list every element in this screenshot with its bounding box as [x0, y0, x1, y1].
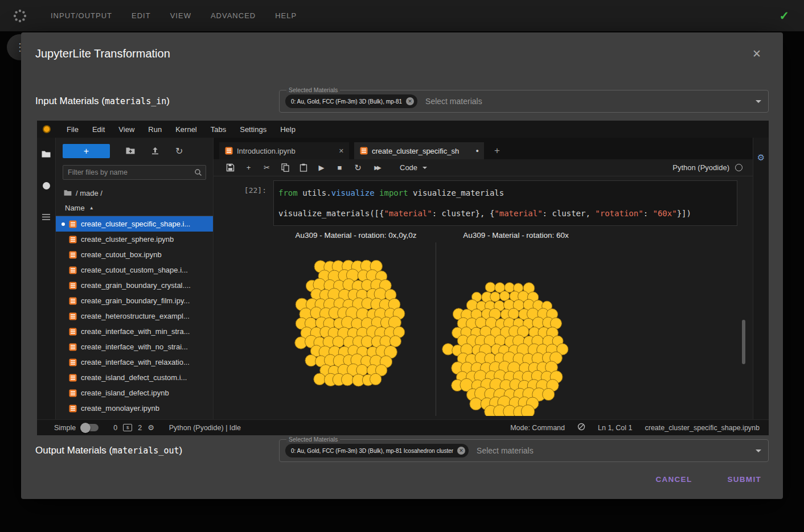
dialog-actions: CANCEL SUBMIT: [651, 469, 766, 489]
topbar-menu-item[interactable]: INPUT/OUTPUT: [41, 11, 122, 20]
file-browser-icon[interactable]: [42, 150, 51, 158]
apply-check-icon[interactable]: ✓: [779, 9, 789, 23]
settings-gear-icon[interactable]: ⚙: [757, 152, 765, 419]
file-row[interactable]: create_cutout_custom_shape.i...: [56, 262, 213, 278]
chevron-down-icon: [422, 167, 427, 169]
running-indicator-dot: [61, 284, 65, 287]
file-row[interactable]: create_grain_boundary_crystal....: [56, 278, 213, 293]
file-row[interactable]: create_heterostructure_exampl...: [56, 308, 213, 324]
topbar-menu-item[interactable]: EDIT: [122, 11, 161, 20]
jupyter-menu-item[interactable]: Edit: [85, 125, 112, 134]
cell-type-dropdown[interactable]: Code: [400, 163, 427, 172]
code-editor[interactable]: from utils.visualize import visualize_ma…: [273, 180, 737, 226]
jupyter-menu-item[interactable]: File: [60, 125, 85, 134]
input-materials-select[interactable]: Selected Materials 0: Au, Gold, FCC (Fm-…: [279, 90, 769, 113]
submit-button[interactable]: SUBMIT: [723, 469, 766, 489]
cursor-position[interactable]: Ln 1, Col 1: [598, 424, 632, 432]
chip-remove-icon[interactable]: ✕: [406, 97, 414, 105]
run-cell-icon[interactable]: ▶: [317, 163, 326, 172]
file-row[interactable]: create_cluster_specific_shape.i...: [56, 216, 213, 232]
file-name: create_interface_with_min_stra...: [81, 327, 190, 336]
filter-files-input[interactable]: [63, 165, 206, 180]
file-row[interactable]: create_island_defect_custom.i...: [56, 370, 213, 385]
material-chip-label: 0: Au, Gold, FCC (Fm-3m) 3D (Bulk), mp-8…: [291, 98, 402, 105]
notebook-toolbar: + ✂ ▶ ■ ↻ ▶▶ Code: [214, 159, 753, 176]
material-chip[interactable]: 0: Au, Gold, FCC (Fm-3m) 3D (Bulk), mp-8…: [285, 444, 469, 457]
material-chip[interactable]: 0: Au, Gold, FCC (Fm-3m) 3D (Bulk), mp-8…: [285, 94, 417, 108]
app-logo-icon[interactable]: [13, 9, 27, 23]
restart-kernel-icon[interactable]: ↻: [354, 163, 362, 173]
running-sessions-icon[interactable]: [43, 182, 50, 189]
dropdown-caret-icon[interactable]: [756, 449, 761, 452]
kernels-count[interactable]: 2: [138, 424, 142, 432]
file-name: create_cutout_custom_shape.i...: [81, 266, 188, 274]
new-folder-icon[interactable]: [126, 147, 135, 155]
running-indicator-dot: [61, 345, 65, 349]
topbar-menu-item[interactable]: VIEW: [161, 11, 201, 20]
file-row[interactable]: create_interface_with_relaxatio...: [56, 354, 213, 370]
paste-cell-icon[interactable]: [299, 163, 307, 172]
table-of-contents-icon[interactable]: [42, 213, 50, 221]
upload-icon[interactable]: [151, 147, 159, 155]
insert-cell-icon[interactable]: +: [244, 163, 253, 172]
jupyter-menu-item[interactable]: Run: [141, 125, 169, 134]
notebook-file-icon: [69, 328, 77, 336]
scrollbar-thumb[interactable]: [742, 320, 745, 364]
file-row[interactable]: create_cluster_sphere.ipynb: [56, 232, 213, 247]
close-tab-icon[interactable]: ✕: [339, 147, 344, 155]
jupyter-menu-item[interactable]: View: [112, 125, 141, 134]
output-materials-select[interactable]: Selected Materials 0: Au, Gold, FCC (Fm-…: [279, 439, 769, 462]
close-icon[interactable]: ✕: [752, 47, 761, 60]
add-tab-icon[interactable]: +: [489, 142, 505, 159]
file-name: create_monolayer.ipynb: [81, 404, 159, 413]
notebook-tab[interactable]: create_cluster_specific_sh●: [354, 142, 484, 159]
jupyter-menu-item[interactable]: Settings: [233, 125, 273, 134]
cut-cell-icon[interactable]: ✂: [262, 163, 271, 172]
jupyter-menu-item[interactable]: Tabs: [204, 125, 233, 134]
notifications-off-icon[interactable]: [577, 423, 585, 432]
dirty-indicator-icon[interactable]: ●: [476, 148, 479, 154]
breadcrumb[interactable]: / made /: [64, 188, 205, 198]
file-row[interactable]: create_grain_boundary_film.ipy...: [56, 293, 213, 308]
file-row[interactable]: create_cutout_box.ipynb: [56, 247, 213, 262]
jupyter-activity-bar: [37, 138, 56, 419]
dropdown-caret-icon[interactable]: [756, 100, 761, 103]
cell-type-value: Code: [400, 163, 417, 172]
sort-asc-icon: ▲: [89, 205, 94, 211]
file-row[interactable]: create_interface_with_min_stra...: [56, 324, 213, 339]
search-icon: [194, 168, 202, 179]
editor-mode[interactable]: Mode: Command: [510, 424, 565, 432]
terminals-count[interactable]: 0: [113, 424, 117, 432]
topbar-menu-item[interactable]: ADVANCED: [201, 11, 265, 20]
name-column-label: Name: [65, 204, 85, 212]
run-all-icon[interactable]: ▶▶: [372, 164, 382, 171]
new-launcher-button[interactable]: +: [63, 144, 110, 158]
kernel-indicator[interactable]: Python (Pyodide): [672, 163, 743, 172]
file-row[interactable]: create_monolayer.ipynb: [56, 401, 213, 416]
chip-remove-icon[interactable]: ✕: [457, 447, 465, 455]
refresh-icon[interactable]: ↻: [175, 147, 183, 155]
folder-icon: [64, 189, 72, 196]
select-materials-placeholder: Select materials: [477, 446, 534, 455]
file-row[interactable]: create_interface_with_no_strai...: [56, 339, 213, 354]
jupyter-menu-item[interactable]: Help: [273, 125, 302, 134]
topbar-menu-item[interactable]: HELP: [265, 11, 306, 20]
running-indicator-dot: [61, 253, 65, 257]
file-row[interactable]: create_island_defect.ipynb: [56, 385, 213, 401]
notebook-file-icon: [69, 343, 77, 351]
active-file-name: create_cluster_specific_shape.ipynb: [645, 424, 760, 432]
jupyter-menu-item[interactable]: Kernel: [169, 125, 204, 134]
file-list-header[interactable]: Name ▲: [56, 204, 213, 216]
cancel-button[interactable]: CANCEL: [651, 469, 696, 489]
file-filter: [63, 165, 206, 180]
kernel-status-text[interactable]: Python (Pyodide) | Idle: [169, 424, 241, 432]
kernel-status-icon: [735, 164, 743, 171]
notebook-tab[interactable]: Introduction.ipynb✕: [219, 142, 349, 159]
save-icon[interactable]: [226, 163, 235, 172]
stop-kernel-icon[interactable]: ■: [335, 163, 344, 172]
atom-cluster-image: [436, 242, 596, 416]
running-indicator-dot: [61, 407, 65, 410]
simple-mode-toggle[interactable]: [81, 424, 99, 431]
copy-cell-icon[interactable]: [281, 163, 289, 172]
breadcrumb-path: / made /: [76, 189, 102, 197]
